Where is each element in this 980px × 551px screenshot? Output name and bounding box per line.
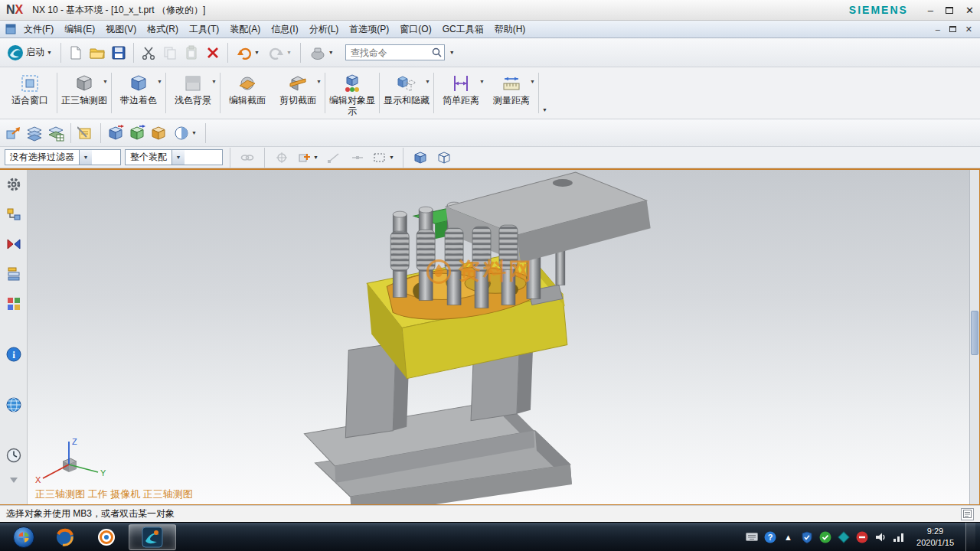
layer-category-button[interactable] [46, 122, 66, 144]
marquee-select-button[interactable]: ▼ [371, 147, 396, 168]
web-browser-icon[interactable] [5, 396, 22, 413]
show-desktop-button[interactable] [965, 523, 975, 551]
selection-scope-combo[interactable]: 整个装配 ▼ [125, 149, 223, 165]
volume-icon[interactable] [874, 530, 887, 543]
new-file-button[interactable] [66, 42, 86, 64]
command-search-input[interactable] [345, 44, 445, 60]
child-minimize-button[interactable]: – [936, 24, 940, 34]
taskbar-browser-1[interactable] [46, 524, 84, 550]
snap-point-button[interactable] [272, 147, 292, 168]
alert-red-icon[interactable] [855, 530, 868, 543]
start-button[interactable] [5, 524, 43, 550]
taskbar-browser-2[interactable] [87, 524, 126, 550]
teal-status-icon[interactable] [837, 530, 850, 543]
paste-button[interactable] [181, 42, 201, 64]
simple-distance-button[interactable]: ▼ 简单距离 [436, 69, 486, 117]
snap-end-button[interactable] [324, 147, 344, 168]
search-options-caret[interactable]: ▼ [449, 50, 455, 55]
menu-analysis[interactable]: 分析(L) [304, 21, 345, 37]
start-menu-button[interactable]: 启动▼ [3, 42, 56, 64]
maximize-button[interactable] [946, 7, 953, 14]
render-style-button[interactable]: ▼ [305, 42, 338, 64]
graphics-viewport[interactable]: 资料网 Z X Y 正三轴测图 工作 摄像机 正三轴测图 [28, 170, 979, 504]
light-background-button[interactable]: ▼ 浅色背景 [168, 69, 218, 117]
scrollbar-thumb[interactable] [971, 311, 978, 355]
gear-icon[interactable] [5, 176, 22, 193]
edit-object-display-button[interactable]: 编辑对象显示 [327, 69, 377, 117]
cad-model-die-assembly[interactable] [28, 170, 969, 504]
search-icon [432, 47, 442, 57]
chain-link-icon [240, 151, 254, 165]
network-icon[interactable] [892, 530, 905, 543]
reuse-library-icon[interactable] [5, 295, 22, 312]
safety-shield-icon[interactable] [800, 530, 813, 543]
info-icon[interactable]: i [5, 346, 22, 363]
window-title: NX 10 - 基本环境 - [10_x_t.prt （修改的）] [32, 4, 205, 17]
constraint-navigator-icon[interactable] [5, 236, 22, 253]
orient-wcs-button[interactable] [149, 122, 168, 144]
help-icon[interactable]: ? [763, 530, 776, 543]
clip-section-button[interactable]: ▼ 剪切截面 [273, 69, 323, 117]
edit-section-button[interactable]: 编辑截面 [222, 69, 273, 117]
show-hidden-icons-button[interactable]: ▲ [782, 530, 795, 543]
taskbar-clock[interactable]: 9:29 2020/1/15 [916, 526, 954, 548]
wireframe-object-button[interactable] [434, 147, 454, 168]
menu-assemblies[interactable]: 装配(A) [224, 21, 266, 37]
orient-view-blue-button[interactable] [106, 122, 126, 144]
menu-information[interactable]: 信息(I) [266, 21, 303, 37]
trimetric-view-button[interactable]: ▼ 正三轴测图 [59, 69, 109, 117]
child-close-button[interactable]: ✕ [965, 24, 972, 34]
menu-help[interactable]: 帮助(H) [489, 21, 531, 37]
delete-icon [206, 46, 220, 60]
menu-file[interactable]: 文件(F) [18, 21, 59, 37]
status-green-icon[interactable] [818, 530, 831, 543]
menu-preferences[interactable]: 首选项(P) [344, 21, 394, 37]
child-restore-button[interactable] [949, 26, 956, 32]
redo-button[interactable]: ▼ [265, 42, 296, 64]
view-status-label: 正三轴测图 工作 摄像机 正三轴测图 [35, 487, 193, 501]
layer-settings-button[interactable] [24, 122, 44, 144]
copy-button[interactable] [160, 42, 180, 64]
selection-filter-combo[interactable]: 没有选择过滤器 ▼ [5, 149, 121, 165]
history-icon[interactable] [5, 447, 22, 464]
status-panel-toggle[interactable] [961, 508, 974, 520]
menu-gc-toolbox[interactable]: GC工具箱 [437, 21, 489, 37]
snap-point-options-button[interactable]: ▼ [296, 147, 320, 168]
orient-view-green-button[interactable] [127, 122, 147, 144]
vertical-scrollbar[interactable] [969, 170, 979, 504]
nx-app-icon [142, 527, 163, 548]
display-mode-button[interactable]: ▼ [170, 122, 201, 144]
edit-section-icon [237, 72, 257, 95]
move-object-button[interactable] [3, 122, 23, 144]
menu-edit[interactable]: 编辑(E) [59, 21, 100, 37]
shaded-object-button[interactable] [410, 147, 430, 168]
cut-button[interactable] [139, 42, 158, 64]
menu-view[interactable]: 视图(V) [100, 21, 142, 37]
orient-cube-orange-icon [150, 125, 167, 142]
menu-tools[interactable]: 工具(T) [184, 21, 224, 37]
minimize-button[interactable]: – [928, 5, 933, 16]
keyboard-icon[interactable] [745, 530, 758, 543]
measure-distance-button[interactable]: ▼ 测量距离 [486, 69, 537, 117]
shaded-with-edges-button[interactable]: ▼ 带边着色 [113, 69, 164, 117]
resource-collapse-handle[interactable] [5, 477, 22, 484]
save-button[interactable] [109, 42, 129, 64]
taskbar-nx-app[interactable] [129, 524, 176, 550]
menu-format[interactable]: 格式(R) [142, 21, 184, 37]
highlight-link-button[interactable] [237, 147, 257, 168]
chevron-down-icon[interactable]: ▼ [79, 150, 92, 165]
annotation-button[interactable] [76, 122, 96, 144]
clock-time: 9:29 [916, 526, 954, 536]
menu-window[interactable]: 窗口(O) [394, 21, 436, 37]
undo-button[interactable]: ▼ [233, 42, 263, 64]
show-and-hide-button[interactable]: ▼ 显示和隐藏 [381, 69, 432, 117]
toolbar-overflow-caret[interactable]: ▼ [542, 107, 547, 112]
delete-button[interactable] [203, 42, 223, 64]
part-navigator-icon[interactable] [5, 266, 22, 282]
snap-mid-button[interactable] [348, 147, 368, 168]
assembly-navigator-icon[interactable] [5, 206, 22, 223]
fit-window-button[interactable]: 适合窗口 [5, 69, 55, 117]
close-button[interactable]: ✕ [965, 5, 974, 16]
open-button[interactable] [87, 42, 107, 64]
chevron-down-icon[interactable]: ▼ [172, 150, 185, 165]
